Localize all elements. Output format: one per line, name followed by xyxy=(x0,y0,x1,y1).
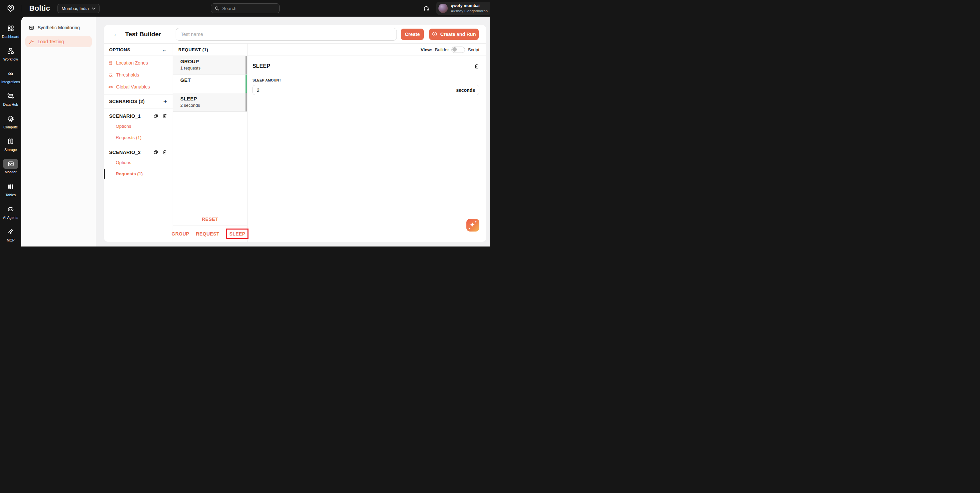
page-title: Test Builder xyxy=(125,30,161,38)
search-input[interactable] xyxy=(222,6,276,11)
sleep-amount-field: seconds xyxy=(253,85,479,95)
ai-agents-icon xyxy=(7,204,14,215)
link-global-variables[interactable]: <> Global Variables xyxy=(104,81,173,93)
reset-button[interactable]: RESET xyxy=(202,216,218,222)
trash-icon[interactable] xyxy=(162,113,167,118)
play-circle-icon xyxy=(432,31,438,37)
add-group-button[interactable]: GROUP xyxy=(172,231,189,237)
rail-item-workflow[interactable]: Workflow xyxy=(0,42,21,65)
delete-step-trash-icon[interactable] xyxy=(474,64,479,69)
builder-header: ← Test Builder Create Create and Run xyxy=(104,25,486,44)
scenario-1-block: SCENARIO_1 Options xyxy=(104,108,173,143)
monitor-icon xyxy=(7,161,14,167)
add-sleep-button-highlighted[interactable]: SLEEP xyxy=(226,229,248,239)
scenario-1-options-link[interactable]: Options xyxy=(104,121,173,132)
topbar-right: qwety mumbai Akshay Gangadharan xyxy=(423,2,490,15)
trash-icon[interactable] xyxy=(162,150,167,155)
request-rows: GROUP 1 requests GET -- SLEEP 2 seconds xyxy=(173,56,247,112)
sidebar-item-load-testing[interactable]: Load Testing xyxy=(25,36,92,47)
scenario-2-row[interactable]: SCENARIO_2 xyxy=(104,148,173,157)
scenario-1-row[interactable]: SCENARIO_1 xyxy=(104,111,173,121)
avatar xyxy=(438,4,448,13)
region-selector[interactable]: Mumbai, India xyxy=(57,4,100,13)
code-icon: <> xyxy=(108,84,113,89)
collapse-panel-arrow-icon[interactable]: ← xyxy=(162,47,167,52)
view-option-builder[interactable]: Builder xyxy=(435,47,449,52)
options-header: OPTIONS ← xyxy=(104,44,173,56)
search-icon xyxy=(215,6,220,11)
sidebar-item-synthetic-monitoring[interactable]: Synthetic Monitoring xyxy=(25,22,92,33)
boltic-logo[interactable] xyxy=(0,4,21,13)
sleep-amount-input[interactable] xyxy=(257,87,456,93)
detail-title: SLEEP xyxy=(253,63,270,69)
content-area: Synthetic Monitoring Load Testing ← Test… xyxy=(21,17,490,247)
test-builder-card: ← Test Builder Create Create and Run xyxy=(104,25,486,242)
support-headphones-icon[interactable] xyxy=(423,5,430,12)
rail-item-ai-agents[interactable]: AI Agents xyxy=(0,200,21,223)
thresholds-chart-icon xyxy=(108,73,113,78)
row-accent-strip-selected xyxy=(245,75,247,93)
rail-item-monitor[interactable]: Monitor xyxy=(0,155,21,178)
add-request-button[interactable]: REQUEST xyxy=(196,231,219,237)
copy-icon[interactable] xyxy=(153,150,158,155)
rail-item-compute[interactable]: Compute xyxy=(0,110,21,132)
toggle-knob xyxy=(452,47,457,52)
user-subtitle: Akshay Gangadharan xyxy=(451,9,488,13)
load-testing-icon xyxy=(29,39,34,45)
scenarios-title: SCENARIOS (2) xyxy=(109,99,145,104)
data-hub-icon xyxy=(7,91,14,102)
rail-item-storage[interactable]: Storage xyxy=(0,132,21,155)
monitor-sidebar: Synthetic Monitoring Load Testing xyxy=(21,17,96,247)
create-and-run-button[interactable]: Create and Run xyxy=(429,29,479,40)
link-location-zones[interactable]: Location Zones xyxy=(104,57,173,69)
options-links: Location Zones Thresholds <> Global Vari… xyxy=(104,56,173,94)
link-thresholds[interactable]: Thresholds xyxy=(104,69,173,81)
request-row-get[interactable]: GET -- xyxy=(173,75,247,93)
back-arrow-icon[interactable]: ← xyxy=(113,31,119,37)
test-name-input[interactable] xyxy=(176,28,397,41)
global-search[interactable] xyxy=(211,3,280,13)
region-selector-value: Mumbai, India xyxy=(62,6,89,11)
view-label: View: xyxy=(420,47,432,52)
rail-active-highlight xyxy=(3,159,18,169)
tables-icon xyxy=(7,181,14,192)
user-menu[interactable]: qwety mumbai Akshay Gangadharan xyxy=(436,2,490,15)
app-root: Boltic Mumbai, India xyxy=(0,0,490,247)
scenario-2-requests-link[interactable]: Requests (1) xyxy=(104,168,173,179)
topbar-divider xyxy=(21,5,21,12)
primary-nav-rail: Dashboard Workflow ∞ Integrations Data H… xyxy=(0,17,21,247)
sidebar-item-label: Load Testing xyxy=(38,39,64,44)
request-row-sleep[interactable]: SLEEP 2 seconds xyxy=(173,93,247,112)
request-panel: REQUEST (1) GROUP 1 requests GET -- xyxy=(173,44,248,242)
chevron-down-icon xyxy=(92,7,95,10)
compute-icon xyxy=(7,113,14,124)
view-option-script[interactable]: Script xyxy=(468,47,479,52)
request-row-group[interactable]: GROUP 1 requests xyxy=(173,56,247,75)
sparkle-icon-small: ✦ xyxy=(468,227,471,230)
rail-item-dashboard[interactable]: Dashboard xyxy=(0,19,21,42)
location-pin-icon xyxy=(108,60,113,65)
row-accent-strip xyxy=(245,56,247,74)
boltic-logo-icon xyxy=(6,4,15,13)
mcp-icon xyxy=(7,227,14,237)
rail-item-data-hub[interactable]: Data Hub xyxy=(0,87,21,110)
add-scenario-icon[interactable]: + xyxy=(163,98,167,105)
rail-item-mcp[interactable]: MCP xyxy=(0,223,21,245)
copy-icon[interactable] xyxy=(153,113,158,118)
create-button[interactable]: Create xyxy=(401,29,424,40)
sparkle-icon-small: ✦ xyxy=(474,220,477,224)
active-indicator-bar xyxy=(104,169,105,179)
integrations-icon: ∞ xyxy=(8,68,13,79)
view-toggle[interactable] xyxy=(452,46,465,53)
storage-icon xyxy=(7,136,14,147)
view-switch-row: View: Builder Script xyxy=(248,44,486,56)
rail-item-tables[interactable]: Tables xyxy=(0,178,21,200)
options-panel: OPTIONS ← Location Zones xyxy=(104,44,173,242)
rail-item-integrations[interactable]: ∞ Integrations xyxy=(0,65,21,87)
sleep-amount-unit: seconds xyxy=(456,87,475,93)
sidebar-item-label: Synthetic Monitoring xyxy=(38,25,80,30)
add-actions-bar: GROUP REQUEST SLEEP xyxy=(173,226,247,242)
scenario-2-options-link[interactable]: Options xyxy=(104,157,173,168)
scenario-1-requests-link[interactable]: Requests (1) xyxy=(104,132,173,143)
ai-assistant-button[interactable]: ✦ ✦ ✦ xyxy=(466,219,479,232)
